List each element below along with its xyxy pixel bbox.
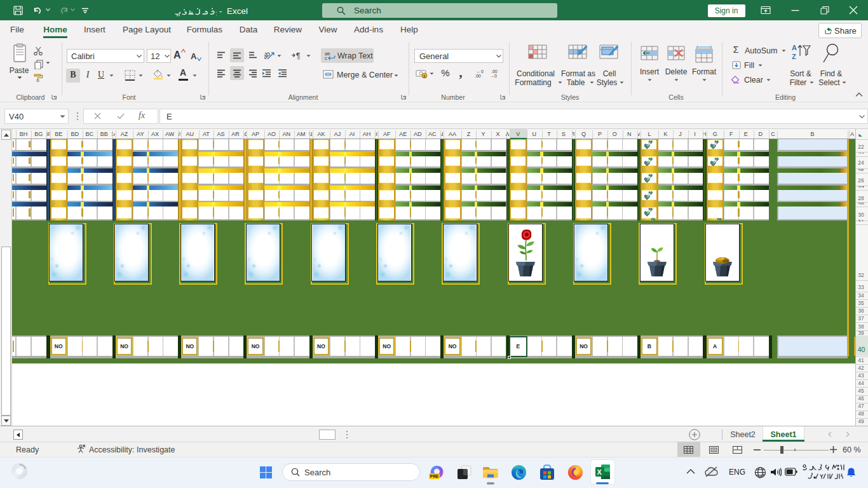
svg-text:¶: ¶ [296, 51, 300, 60]
svg-text:A: A [792, 44, 797, 51]
svg-text:PRE: PRE [430, 474, 439, 478]
svg-text:X: X [597, 468, 602, 476]
svg-text:Z: Z [792, 53, 796, 60]
svg-text:c: c [325, 55, 327, 60]
